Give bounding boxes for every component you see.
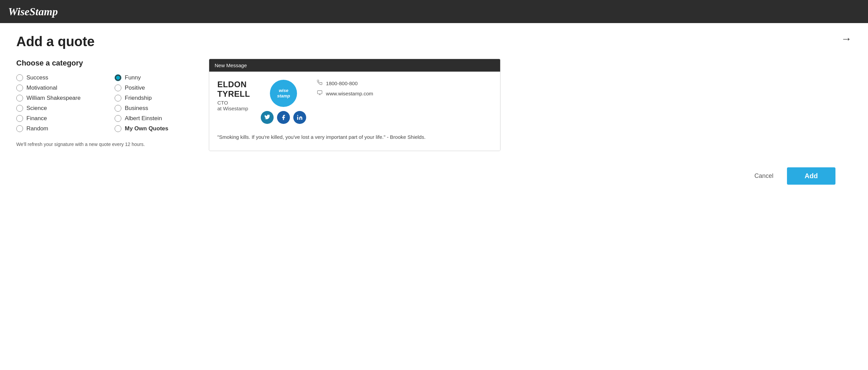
category-positive[interactable]: Positive	[115, 85, 193, 91]
signature-layout: ELDON TYRELL CTO at Wisestamp wisestamp	[217, 80, 492, 124]
category-funny[interactable]: Funny	[115, 74, 193, 81]
category-science-label: Science	[26, 105, 47, 112]
app-header: WiseStamp	[0, 0, 868, 23]
website-icon	[317, 90, 322, 97]
signature-name: ELDON TYRELL	[217, 80, 250, 98]
email-header: New Message	[209, 59, 500, 72]
page-title: Add a quote	[16, 34, 852, 49]
phone-number: 1800-800-800	[326, 80, 357, 86]
category-motivational-label: Motivational	[26, 85, 57, 91]
phone-icon	[317, 80, 322, 87]
left-panel: Choose a category Success Funny Motivati…	[16, 59, 193, 147]
website-url: www.wisestamp.com	[326, 91, 373, 96]
sig-name-line1: ELDON	[217, 80, 247, 89]
category-random-label: Random	[26, 125, 48, 132]
email-preview: New Message ELDON TYRELL CTO at Wisestam…	[209, 59, 500, 151]
category-motivational[interactable]: Motivational	[16, 85, 94, 91]
choose-category-label: Choose a category	[16, 59, 193, 68]
category-finance[interactable]: Finance	[16, 115, 94, 122]
bottom-actions: Cancel Add	[16, 167, 852, 185]
svg-point-0	[297, 115, 298, 116]
right-panel: New Message ELDON TYRELL CTO at Wisestam…	[209, 59, 852, 151]
category-my-own-quotes[interactable]: My Own Quotes	[115, 125, 193, 132]
add-button[interactable]: Add	[787, 167, 835, 185]
category-business[interactable]: Business	[115, 105, 193, 112]
category-friendship[interactable]: Friendship	[115, 95, 193, 101]
contact-website: www.wisestamp.com	[317, 90, 373, 97]
category-funny-label: Funny	[125, 74, 141, 81]
content-layout: Choose a category Success Funny Motivati…	[16, 59, 852, 151]
wisestamp-logo: wisestamp	[270, 80, 297, 107]
category-random[interactable]: Random	[16, 125, 94, 132]
sig-logo-area: wisestamp	[261, 80, 306, 124]
categories-grid: Success Funny Motivational Positive Will…	[16, 74, 193, 132]
logo-text: WiseStamp	[8, 5, 58, 18]
category-my-own-quotes-label: My Own Quotes	[125, 125, 168, 132]
sig-company: at Wisestamp	[217, 106, 250, 111]
category-success-label: Success	[26, 74, 48, 81]
main-content: → Add a quote Choose a category Success …	[0, 23, 868, 201]
twitter-icon[interactable]	[261, 111, 274, 124]
social-icons	[261, 111, 306, 124]
category-friendship-label: Friendship	[125, 95, 152, 101]
email-body: ELDON TYRELL CTO at Wisestamp wisestamp	[209, 72, 500, 151]
cancel-button[interactable]: Cancel	[748, 169, 780, 183]
category-finance-label: Finance	[26, 115, 47, 122]
category-business-label: Business	[125, 105, 148, 112]
category-science[interactable]: Science	[16, 105, 94, 112]
category-albert-einstein[interactable]: Albert Einstein	[115, 115, 193, 122]
forward-arrow-icon[interactable]: →	[841, 33, 852, 45]
quote-text: "Smoking kills. If you're killed, you've…	[217, 131, 492, 141]
facebook-icon[interactable]	[277, 111, 290, 124]
sig-title: CTO	[217, 100, 250, 106]
category-albert-einstein-label: Albert Einstein	[125, 115, 162, 122]
category-success[interactable]: Success	[16, 74, 94, 81]
refresh-note: We'll refresh your signature with a new …	[16, 142, 193, 147]
category-william-shakespeare[interactable]: William Shakespeare	[16, 95, 94, 101]
category-positive-label: Positive	[125, 85, 145, 91]
svg-rect-1	[318, 91, 322, 94]
linkedin-icon[interactable]	[293, 111, 306, 124]
signature-info: ELDON TYRELL CTO at Wisestamp	[217, 80, 250, 111]
category-william-shakespeare-label: William Shakespeare	[26, 95, 81, 101]
logo: WiseStamp	[8, 6, 58, 17]
contact-phone: 1800-800-800	[317, 80, 373, 87]
sig-contact: 1800-800-800 www.wisestamp.com	[317, 80, 373, 100]
sig-name-line2: TYRELL	[217, 89, 250, 98]
